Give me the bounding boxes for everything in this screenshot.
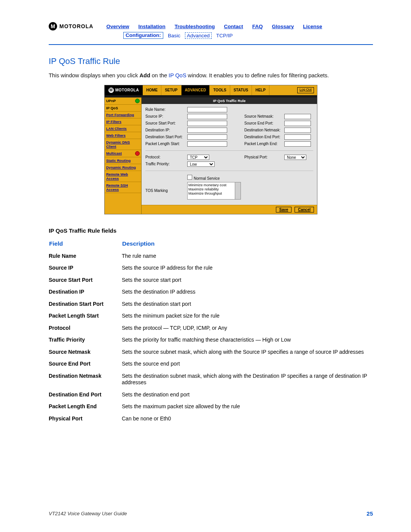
field-name: Destination IP bbox=[49, 286, 122, 298]
save-button[interactable]: Save bbox=[276, 207, 292, 212]
nav-glossary[interactable]: Glossary bbox=[272, 24, 294, 29]
field-name: Destination Netmask bbox=[49, 370, 122, 389]
input-source-netmask[interactable] bbox=[284, 114, 311, 119]
shot-sidebar: UPnP IP QoS Port Forwarding IP Filters L… bbox=[105, 97, 142, 214]
nav-contact[interactable]: Contact bbox=[224, 24, 243, 29]
scroll-down-icon[interactable]: ▼ bbox=[235, 194, 240, 199]
tos-option[interactable]: Minimize monetary cost bbox=[188, 183, 240, 187]
tos-option[interactable]: Maximize throughput bbox=[188, 191, 240, 195]
footer-guide: VT2142 Voice Gateway User Guide bbox=[49, 511, 127, 516]
sub-nav-tcpip[interactable]: TCP/IP bbox=[216, 33, 233, 38]
motorola-m-icon: M bbox=[49, 22, 57, 30]
sidebar-item-static-routing[interactable]: Static Routing bbox=[105, 157, 141, 164]
select-traffic-priority[interactable]: Low bbox=[187, 161, 215, 167]
input-destination-netmask[interactable] bbox=[284, 128, 311, 133]
tab-home[interactable]: HOME bbox=[143, 85, 161, 95]
nav-license[interactable]: License bbox=[303, 24, 322, 29]
field-description: The rule name bbox=[122, 250, 373, 262]
select-physical-port[interactable]: None bbox=[284, 155, 306, 160]
field-description: Sets the maximum packet size allowed by … bbox=[122, 401, 373, 413]
table-row: Physical PortCan be none or Eth0 bbox=[49, 413, 373, 425]
sidebar-item-ddns[interactable]: Dynamic DNS Client bbox=[105, 139, 141, 150]
table-row: Destination IPSets the destination IP ad… bbox=[49, 286, 373, 298]
button-bar: Save Cancel bbox=[142, 205, 317, 214]
field-description: Sets the minimum packet size for the rul… bbox=[122, 310, 373, 322]
tab-advanced[interactable]: ADVANCED bbox=[182, 85, 210, 95]
label-source-netmask: Source Netmask: bbox=[244, 114, 284, 118]
label-packet-length-end: Packet Length End: bbox=[244, 142, 284, 146]
sub-nav-advanced[interactable]: Advanced bbox=[185, 32, 212, 39]
table-row: Source IPSets the source IP address for … bbox=[49, 262, 373, 274]
logout-button[interactable]: Log Out bbox=[297, 87, 314, 93]
checkbox-icon[interactable] bbox=[187, 175, 192, 180]
label-destination-netmask: Destination Netmask: bbox=[244, 128, 284, 132]
field-name: Packet Length Start bbox=[49, 310, 122, 322]
tab-status[interactable]: STATUS bbox=[230, 85, 252, 95]
label-packet-length-start: Packet Length Start: bbox=[145, 142, 187, 146]
top-nav: Overview Installation Troubleshooting Co… bbox=[106, 24, 322, 29]
sidebar-label: IP QoS bbox=[106, 106, 118, 110]
input-source-end-port[interactable] bbox=[284, 121, 311, 126]
label-source-end-port: Source End Port: bbox=[244, 121, 284, 125]
input-destination-start-port[interactable] bbox=[187, 134, 227, 140]
sidebar-item-remote-web[interactable]: Remote Web Access bbox=[105, 171, 141, 182]
sub-nav-basic[interactable]: Basic bbox=[168, 33, 180, 38]
sidebar-label: UPnP bbox=[106, 99, 116, 103]
field-description: Sets the source subnet mask, which along… bbox=[122, 346, 373, 358]
label-destination-ip: Destination IP: bbox=[145, 128, 187, 132]
motorola-m-icon: M bbox=[108, 88, 114, 93]
label-source-start-port: Source Start Port: bbox=[145, 121, 187, 125]
sidebar-item-dynamic-routing[interactable]: Dynamic Routing bbox=[105, 164, 141, 171]
sidebar-item-ip-filters[interactable]: IP Filters bbox=[105, 118, 141, 125]
field-description: Sets the source end port bbox=[122, 358, 373, 370]
sidebar-item-web-filters[interactable]: Web Filters bbox=[105, 132, 141, 139]
tab-tools[interactable]: TOOLS bbox=[210, 85, 230, 95]
col-field: Field bbox=[49, 240, 122, 250]
field-name: Destination Start Port bbox=[49, 298, 122, 310]
input-packet-length-end[interactable] bbox=[284, 141, 311, 147]
sidebar-item-upnp[interactable]: UPnP bbox=[105, 97, 141, 105]
field-description: Sets the source IP address for the rule bbox=[122, 262, 373, 274]
field-description: Sets the priority for traffic matching t… bbox=[122, 334, 373, 346]
field-name: Packet Length End bbox=[49, 401, 122, 413]
input-destination-end-port[interactable] bbox=[284, 134, 311, 140]
label-source-ip: Source IP: bbox=[145, 114, 187, 118]
nav-installation[interactable]: Installation bbox=[138, 24, 165, 29]
field-name: Source Start Port bbox=[49, 274, 122, 286]
input-source-ip[interactable] bbox=[187, 114, 227, 119]
scroll-up-icon[interactable]: ▲ bbox=[235, 183, 240, 187]
sidebar-item-port-forwarding[interactable]: Port Forwarding bbox=[105, 112, 141, 118]
tab-help[interactable]: HELP bbox=[252, 85, 269, 95]
tos-option[interactable]: Maximize reliability bbox=[188, 187, 240, 191]
sidebar-item-lan-clients[interactable]: LAN Clients bbox=[105, 125, 141, 132]
tos-marking-listbox[interactable]: Minimize monetary cost Maximize reliabil… bbox=[187, 182, 241, 200]
normal-service-row[interactable]: Normal Service bbox=[187, 175, 263, 181]
footer-page-number: 25 bbox=[366, 510, 373, 517]
field-name: Rule Name bbox=[49, 250, 122, 262]
field-name: Protocol bbox=[49, 322, 122, 334]
sidebar-label: Multicast bbox=[106, 151, 122, 155]
brand-text: MOTOROLA bbox=[59, 23, 93, 29]
label-protocol: Protocol: bbox=[145, 155, 187, 159]
label-physical-port: Physical Port: bbox=[244, 155, 284, 159]
cancel-button[interactable]: Cancel bbox=[295, 207, 314, 212]
nav-overview[interactable]: Overview bbox=[106, 24, 129, 29]
sidebar-item-ipqos[interactable]: IP QoS bbox=[105, 105, 141, 112]
input-destination-ip[interactable] bbox=[187, 128, 227, 133]
sidebar-item-remote-ssh[interactable]: Remote SSH Access bbox=[105, 182, 141, 193]
fields-caption: IP QoS Traffic Rule fields bbox=[49, 227, 373, 234]
sidebar-item-multicast[interactable]: Multicast bbox=[105, 150, 141, 157]
field-name: Traffic Priority bbox=[49, 334, 122, 346]
select-protocol[interactable]: TCP bbox=[187, 155, 209, 160]
input-source-start-port[interactable] bbox=[187, 121, 227, 126]
table-row: ProtocolSets the protocol — TCP, UDP, IC… bbox=[49, 322, 373, 334]
nav-troubleshooting[interactable]: Troubleshooting bbox=[175, 24, 215, 29]
intro-link[interactable]: IP QoS bbox=[169, 72, 186, 78]
field-name: Source Netmask bbox=[49, 346, 122, 358]
table-row: Destination End PortSets the destination… bbox=[49, 389, 373, 401]
input-rule-name[interactable] bbox=[187, 107, 227, 112]
panel-title: IP QoS Traffic Rule bbox=[142, 97, 317, 104]
input-packet-length-start[interactable] bbox=[187, 141, 227, 147]
nav-faq[interactable]: FAQ bbox=[252, 24, 263, 29]
tab-setup[interactable]: SETUP bbox=[161, 85, 181, 95]
